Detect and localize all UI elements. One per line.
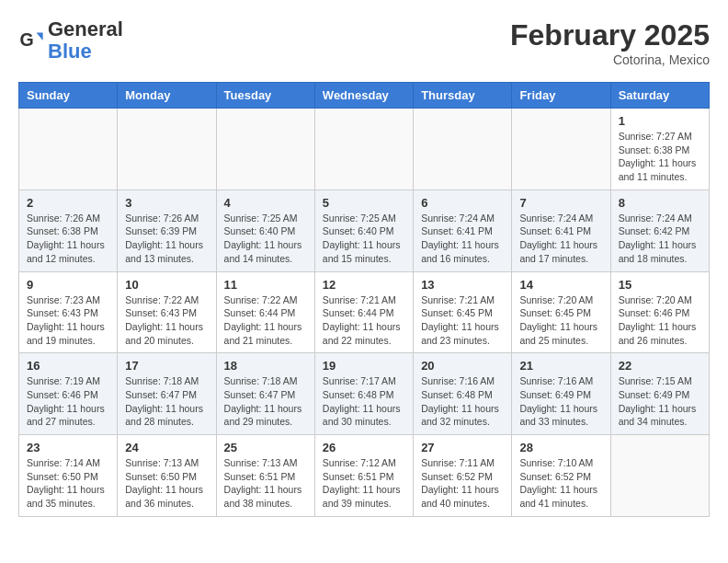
day-info: Sunrise: 7:13 AM Sunset: 6:51 PM Dayligh… [224,456,307,511]
calendar-cell: 28Sunrise: 7:10 AM Sunset: 6:52 PM Dayli… [512,435,610,517]
calendar-cell: 23Sunrise: 7:14 AM Sunset: 6:50 PM Dayli… [19,435,118,517]
day-info: Sunrise: 7:19 AM Sunset: 6:46 PM Dayligh… [27,374,109,429]
calendar-cell: 10Sunrise: 7:22 AM Sunset: 6:43 PM Dayli… [118,271,216,353]
day-number: 17 [125,359,208,373]
day-info: Sunrise: 7:16 AM Sunset: 6:48 PM Dayligh… [421,374,504,429]
day-header-monday: Monday [118,83,216,109]
day-header-tuesday: Tuesday [216,83,314,109]
day-number: 13 [421,278,504,292]
day-number: 14 [519,278,602,292]
calendar-cell: 11Sunrise: 7:22 AM Sunset: 6:44 PM Dayli… [216,271,314,353]
day-info: Sunrise: 7:22 AM Sunset: 6:44 PM Dayligh… [224,293,307,348]
svg-marker-1 [37,33,43,40]
calendar-cell: 7Sunrise: 7:24 AM Sunset: 6:41 PM Daylig… [512,190,610,271]
calendar-week-5: 23Sunrise: 7:14 AM Sunset: 6:50 PM Dayli… [19,435,710,517]
day-header-thursday: Thursday [414,83,512,109]
day-number: 9 [27,278,109,292]
calendar-cell: 22Sunrise: 7:15 AM Sunset: 6:49 PM Dayli… [610,353,709,435]
day-info: Sunrise: 7:20 AM Sunset: 6:45 PM Dayligh… [519,293,602,348]
day-number: 18 [224,359,307,373]
day-info: Sunrise: 7:14 AM Sunset: 6:50 PM Dayligh… [27,456,109,511]
page-header: G GeneralBlue February 2025 Cotorina, Me… [18,18,710,67]
logo-icon: G [18,28,44,53]
day-info: Sunrise: 7:16 AM Sunset: 6:49 PM Dayligh… [519,374,602,429]
day-number: 3 [125,196,208,210]
day-info: Sunrise: 7:24 AM Sunset: 6:42 PM Dayligh… [619,212,701,266]
day-info: Sunrise: 7:15 AM Sunset: 6:49 PM Dayligh… [619,374,701,429]
day-number: 15 [619,278,701,292]
day-number: 27 [421,441,504,454]
calendar-cell: 1Sunrise: 7:27 AM Sunset: 6:38 PM Daylig… [610,109,709,190]
day-info: Sunrise: 7:17 AM Sunset: 6:48 PM Dayligh… [323,374,405,429]
calendar-cell [216,109,314,190]
day-info: Sunrise: 7:11 AM Sunset: 6:52 PM Dayligh… [421,456,504,511]
day-number: 28 [519,441,602,454]
day-number: 1 [619,114,701,128]
day-info: Sunrise: 7:25 AM Sunset: 6:40 PM Dayligh… [323,212,405,266]
day-info: Sunrise: 7:27 AM Sunset: 6:38 PM Dayligh… [619,130,701,184]
calendar-cell: 13Sunrise: 7:21 AM Sunset: 6:45 PM Dayli… [414,271,512,353]
calendar-cell: 25Sunrise: 7:13 AM Sunset: 6:51 PM Dayli… [216,435,314,517]
calendar-cell: 14Sunrise: 7:20 AM Sunset: 6:45 PM Dayli… [512,271,610,353]
calendar-cell [414,109,512,190]
day-number: 7 [519,196,602,210]
day-info: Sunrise: 7:13 AM Sunset: 6:50 PM Dayligh… [125,456,208,511]
day-info: Sunrise: 7:18 AM Sunset: 6:47 PM Dayligh… [125,374,208,429]
calendar-cell: 20Sunrise: 7:16 AM Sunset: 6:48 PM Dayli… [414,353,512,435]
day-info: Sunrise: 7:24 AM Sunset: 6:41 PM Dayligh… [519,212,602,266]
calendar-cell [118,109,216,190]
day-number: 8 [619,196,701,210]
day-info: Sunrise: 7:10 AM Sunset: 6:52 PM Dayligh… [519,456,602,511]
day-info: Sunrise: 7:21 AM Sunset: 6:44 PM Dayligh… [323,293,405,348]
calendar-cell: 2Sunrise: 7:26 AM Sunset: 6:38 PM Daylig… [19,190,118,271]
logo-text: GeneralBlue [48,18,123,63]
day-info: Sunrise: 7:26 AM Sunset: 6:39 PM Dayligh… [125,212,208,266]
calendar-cell: 15Sunrise: 7:20 AM Sunset: 6:46 PM Dayli… [610,271,709,353]
day-number: 6 [421,196,504,210]
calendar-cell: 26Sunrise: 7:12 AM Sunset: 6:51 PM Dayli… [314,435,413,517]
day-number: 11 [224,278,307,292]
calendar-cell: 12Sunrise: 7:21 AM Sunset: 6:44 PM Dayli… [314,271,413,353]
day-number: 26 [323,441,405,454]
calendar-cell: 6Sunrise: 7:24 AM Sunset: 6:41 PM Daylig… [414,190,512,271]
logo: G GeneralBlue [18,18,123,63]
day-info: Sunrise: 7:23 AM Sunset: 6:43 PM Dayligh… [27,293,109,348]
day-number: 20 [421,359,504,373]
location: Cotorina, Mexico [510,52,710,67]
day-info: Sunrise: 7:12 AM Sunset: 6:51 PM Dayligh… [323,456,405,511]
svg-text:G: G [19,29,33,50]
calendar-cell: 3Sunrise: 7:26 AM Sunset: 6:39 PM Daylig… [118,190,216,271]
calendar-header-row: SundayMondayTuesdayWednesdayThursdayFrid… [19,83,710,109]
day-info: Sunrise: 7:25 AM Sunset: 6:40 PM Dayligh… [224,212,307,266]
day-number: 25 [224,441,307,454]
day-header-friday: Friday [512,83,610,109]
day-header-wednesday: Wednesday [314,83,413,109]
title-area: February 2025 Cotorina, Mexico [510,18,710,67]
day-number: 5 [323,196,405,210]
calendar-cell: 18Sunrise: 7:18 AM Sunset: 6:47 PM Dayli… [216,353,314,435]
day-info: Sunrise: 7:18 AM Sunset: 6:47 PM Dayligh… [224,374,307,429]
calendar-week-3: 9Sunrise: 7:23 AM Sunset: 6:43 PM Daylig… [19,271,710,353]
day-number: 10 [125,278,208,292]
day-number: 12 [323,278,405,292]
calendar-cell [19,109,118,190]
day-header-saturday: Saturday [610,83,709,109]
calendar-cell: 16Sunrise: 7:19 AM Sunset: 6:46 PM Dayli… [19,353,118,435]
day-number: 21 [519,359,602,373]
calendar-week-1: 1Sunrise: 7:27 AM Sunset: 6:38 PM Daylig… [19,109,710,190]
day-info: Sunrise: 7:24 AM Sunset: 6:41 PM Dayligh… [421,212,504,266]
day-number: 16 [27,359,109,373]
calendar-cell: 8Sunrise: 7:24 AM Sunset: 6:42 PM Daylig… [610,190,709,271]
calendar-cell: 5Sunrise: 7:25 AM Sunset: 6:40 PM Daylig… [314,190,413,271]
calendar-cell: 4Sunrise: 7:25 AM Sunset: 6:40 PM Daylig… [216,190,314,271]
day-info: Sunrise: 7:26 AM Sunset: 6:38 PM Dayligh… [27,212,109,266]
calendar-cell [512,109,610,190]
calendar-week-2: 2Sunrise: 7:26 AM Sunset: 6:38 PM Daylig… [19,190,710,271]
day-number: 4 [224,196,307,210]
calendar-week-4: 16Sunrise: 7:19 AM Sunset: 6:46 PM Dayli… [19,353,710,435]
calendar-cell: 19Sunrise: 7:17 AM Sunset: 6:48 PM Dayli… [314,353,413,435]
calendar-cell: 21Sunrise: 7:16 AM Sunset: 6:49 PM Dayli… [512,353,610,435]
calendar-cell [610,435,709,517]
month-title: February 2025 [510,18,710,52]
day-header-sunday: Sunday [19,83,118,109]
